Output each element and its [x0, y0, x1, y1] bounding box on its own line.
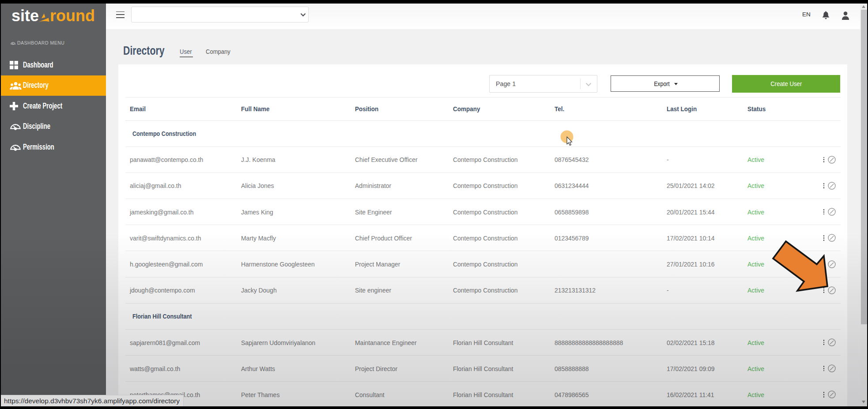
- table-row[interactable]: varit@swiftdynamics.co.th Marty Macfly C…: [125, 225, 841, 251]
- cell-tel: 88888888888888888888: [555, 330, 623, 355]
- cell-company: Contempo Construction: [453, 225, 518, 251]
- kebab-menu-icon[interactable]: [823, 199, 825, 225]
- kebab-menu-icon[interactable]: [823, 330, 825, 355]
- grid-icon: [10, 61, 22, 69]
- create-user-button[interactable]: Create User: [732, 75, 840, 93]
- kebab-menu-icon[interactable]: [823, 382, 825, 406]
- sidebar-item-create-project[interactable]: Create Project: [1, 96, 106, 116]
- table-row[interactable]: aliciaj@gmail.co.th Alicia Jones Adminis…: [125, 173, 841, 199]
- table-row[interactable]: watts@gmail.co.th Arthur Watts Project D…: [125, 356, 841, 382]
- column-header-status[interactable]: Status: [747, 98, 766, 120]
- ban-icon[interactable]: [828, 356, 836, 381]
- cell-email: sapjarern081@gmail.com: [130, 330, 200, 355]
- cell-full-name: James King: [241, 199, 273, 225]
- chevron-down-icon: [585, 83, 592, 86]
- sidebar: site round DASHBOARD MENU Dashboard Dire…: [1, 4, 106, 406]
- scrollbar-thumb[interactable]: [861, 10, 867, 324]
- language-switch[interactable]: EN: [802, 11, 811, 18]
- cell-email: varit@swiftdynamics.co.th: [130, 225, 201, 251]
- cell-full-name: Arthur Watts: [241, 356, 275, 381]
- logo[interactable]: site round: [11, 4, 95, 30]
- bell-icon[interactable]: [822, 11, 830, 19]
- column-header-pos[interactable]: Position: [355, 98, 378, 120]
- status-badge: Active: [747, 382, 764, 406]
- vertical-scrollbar[interactable]: [860, 4, 867, 406]
- main-area: EN Directory User Company Page 1: [106, 4, 860, 406]
- column-header-tel[interactable]: Tel.: [555, 98, 564, 120]
- sidebar-item-directory[interactable]: Directory: [1, 75, 106, 96]
- ban-icon[interactable]: [828, 147, 836, 173]
- cell-last-login: 25/01/2021 14:02: [667, 173, 715, 199]
- table-group-row: Contempo Construction: [125, 121, 841, 147]
- column-header-email[interactable]: Email: [130, 98, 146, 120]
- cell-full-name: Peter Thames: [241, 382, 279, 406]
- directory-card: Page 1 Export Create User Email Full Nam…: [118, 64, 847, 406]
- cell-last-login: 16/02/2021 11:41: [667, 382, 714, 406]
- kebab-menu-icon[interactable]: [823, 173, 825, 199]
- cell-position: Project Director: [355, 356, 397, 381]
- cell-position: Site Engineer: [355, 199, 392, 225]
- top-appbar: EN: [106, 4, 860, 29]
- scroll-up-arrow-icon[interactable]: [862, 5, 865, 8]
- table-controls: Page 1 Export Create User: [125, 64, 841, 98]
- users-icon: [10, 82, 22, 90]
- cell-tel: 0658859898: [555, 199, 589, 225]
- cell-email: jdough@contempo.com: [130, 278, 195, 303]
- sidebar-item-dashboard[interactable]: Dashboard: [1, 55, 106, 75]
- sidebar-item-permission[interactable]: Permission: [1, 137, 106, 158]
- tab-user[interactable]: User: [180, 48, 193, 57]
- logo-text-site: site: [11, 7, 39, 25]
- kebab-menu-icon[interactable]: [823, 147, 825, 173]
- ban-icon[interactable]: [828, 173, 836, 199]
- cell-tel: 0858888888: [555, 356, 589, 381]
- tab-company[interactable]: Company: [206, 48, 235, 56]
- scroll-down-arrow-icon[interactable]: [862, 401, 865, 403]
- cell-tel: 0478986565: [555, 382, 589, 406]
- table-row[interactable]: peterthames@gmail.co.th Peter Thames Con…: [125, 382, 841, 406]
- table-row[interactable]: jdough@contempo.com Jacky Dough Site eng…: [125, 278, 841, 304]
- cell-last-login: -: [667, 278, 669, 303]
- cell-full-name: Jacky Dough: [241, 278, 277, 303]
- status-badge: Active: [747, 147, 764, 173]
- cell-company: Florian Hill Consultant: [453, 382, 513, 406]
- kebab-menu-icon[interactable]: [823, 356, 825, 381]
- logo-text-round: round: [50, 7, 95, 25]
- sidebar-item-label: Directory: [23, 81, 49, 90]
- table-row[interactable]: jamesking@gmail.co.th James King Site En…: [125, 199, 841, 225]
- chevron-down-icon: [300, 13, 306, 17]
- page-select-value: Page 1: [496, 80, 516, 87]
- column-header-comp[interactable]: Company: [453, 98, 480, 120]
- ban-icon[interactable]: [828, 382, 836, 406]
- cell-company: Contempo Construction: [453, 147, 518, 173]
- table-row[interactable]: panawatt@contempo.co.th J.J. Koenma Chie…: [125, 147, 841, 173]
- table-row[interactable]: sapjarern081@gmail.com Sapjarern Udomvir…: [125, 330, 841, 356]
- tab-user-label: User: [180, 48, 192, 56]
- sidebar-item-label: Create Project: [23, 101, 62, 111]
- project-select[interactable]: [131, 7, 309, 23]
- status-badge: Active: [747, 330, 764, 355]
- sidebar-item-discipline[interactable]: Discipline: [1, 116, 106, 137]
- export-button[interactable]: Export: [611, 75, 720, 92]
- cell-company: Contempo Construction: [453, 199, 518, 225]
- hamburger-menu-icon[interactable]: [116, 11, 125, 20]
- sidebar-item-label: Discipline: [23, 122, 50, 131]
- status-badge: Active: [747, 278, 764, 303]
- gauge-icon: [10, 143, 22, 152]
- dashboard-menu-icon: [10, 41, 16, 45]
- cell-email: panawatt@contempo.co.th: [130, 147, 203, 173]
- cell-position: Consultant: [355, 382, 385, 406]
- annotation-arrow-icon: [768, 236, 831, 296]
- user-avatar-icon[interactable]: [842, 11, 849, 20]
- table-row[interactable]: h.googlesteen@gmail.com Harmenstone Goog…: [125, 251, 841, 277]
- sidebar-section-label: DASHBOARD MENU: [10, 40, 64, 45]
- table-header-row: Email Full Name Position Company Tel. La…: [125, 98, 841, 121]
- page-title: Directory: [123, 45, 165, 57]
- page-select[interactable]: Page 1: [489, 75, 597, 93]
- cell-last-login: 17/02/2021 09:09: [667, 356, 715, 381]
- column-header-login[interactable]: Last Login: [667, 98, 697, 120]
- column-header-name[interactable]: Full Name: [241, 98, 269, 120]
- mouse-cursor: [559, 130, 575, 150]
- group-label: Contempo Construction: [132, 121, 196, 146]
- ban-icon[interactable]: [828, 199, 836, 225]
- ban-icon[interactable]: [828, 330, 836, 355]
